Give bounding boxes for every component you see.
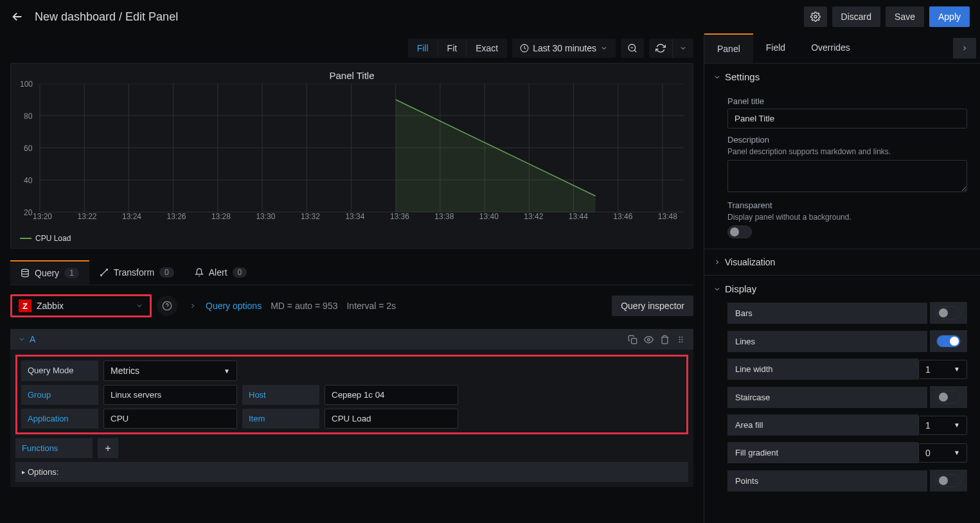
points-label: Points xyxy=(727,470,927,492)
chevron-right-icon xyxy=(189,302,197,310)
query-mode-select[interactable]: Metrics ▼ xyxy=(103,360,237,381)
transform-count-badge: 0 xyxy=(159,267,174,278)
group-input[interactable] xyxy=(103,385,237,405)
functions-label[interactable]: Functions xyxy=(15,438,93,458)
area-fill-label: Area fill xyxy=(727,414,918,436)
save-button[interactable]: Save xyxy=(886,6,924,27)
lines-toggle[interactable] xyxy=(936,335,961,348)
toggle-query-visibility-icon[interactable] xyxy=(644,335,654,344)
query-inspector-button[interactable]: Query inspector xyxy=(612,296,693,316)
svg-point-0 xyxy=(814,15,817,18)
fill-gradient-select[interactable]: 0▼ xyxy=(918,443,967,463)
chart-legend[interactable]: CPU Load xyxy=(20,234,684,243)
refresh-button[interactable] xyxy=(649,39,672,58)
duplicate-query-icon[interactable] xyxy=(628,335,637,344)
chart-area[interactable]: 100 80 60 40 20 13:2013:2213:2413:2613:2… xyxy=(20,84,684,218)
tab-alert[interactable]: Alert 0 xyxy=(184,260,257,285)
chevron-down-icon xyxy=(18,335,26,343)
fit-tab[interactable]: Fit xyxy=(438,39,467,58)
tab-transform[interactable]: Transform 0 xyxy=(89,260,184,285)
query-header[interactable]: A xyxy=(10,329,693,350)
chevron-down-icon xyxy=(679,44,687,52)
bars-toggle[interactable] xyxy=(936,306,961,319)
group-label[interactable]: Group xyxy=(21,385,98,405)
visualization-section-toggle[interactable]: Visualization xyxy=(704,249,980,275)
application-label[interactable]: Application xyxy=(21,409,98,429)
chevron-right-icon xyxy=(713,258,721,266)
timerange-label: Last 30 minutes xyxy=(533,43,596,53)
fill-gradient-label: Fill gradient xyxy=(727,442,918,463)
host-label[interactable]: Host xyxy=(242,385,319,405)
tab-query[interactable]: Query 1 xyxy=(10,260,89,285)
timerange-picker[interactable]: Last 30 minutes xyxy=(512,39,616,58)
lines-label: Lines xyxy=(727,331,927,352)
transform-icon xyxy=(100,268,109,277)
exact-tab[interactable]: Exact xyxy=(466,39,507,58)
chevron-down-icon xyxy=(713,285,721,293)
zabbix-logo-icon: Z xyxy=(19,299,31,312)
svg-point-27 xyxy=(679,336,681,337)
tab-panel[interactable]: Panel xyxy=(704,33,753,63)
legend-color-swatch xyxy=(20,238,31,239)
svg-point-26 xyxy=(648,338,650,341)
refresh-interval-button[interactable] xyxy=(672,39,693,58)
svg-point-29 xyxy=(679,339,681,340)
datasource-name: Zabbix xyxy=(37,301,130,311)
panel-title-input[interactable] xyxy=(727,109,967,129)
panel-preview: Panel Title xyxy=(10,63,693,249)
fill-tab[interactable]: Fill xyxy=(408,39,438,58)
fit-mode-group: Fill Fit Exact xyxy=(408,39,507,58)
refresh-icon xyxy=(655,43,666,53)
line-width-label: Line width xyxy=(727,359,918,380)
discard-button[interactable]: Discard xyxy=(832,6,880,27)
staircase-toggle[interactable] xyxy=(936,391,961,403)
query-options-toggle[interactable]: Query options xyxy=(206,301,262,311)
datasource-select[interactable]: Z Zabbix xyxy=(10,294,152,317)
svg-rect-25 xyxy=(632,338,637,343)
delete-query-icon[interactable] xyxy=(660,335,670,344)
expand-sidebar-button[interactable] xyxy=(953,38,976,58)
chevron-down-icon xyxy=(136,302,143,310)
settings-section-toggle[interactable]: Settings xyxy=(704,64,980,90)
description-label: Description xyxy=(727,135,967,145)
query-options-row[interactable]: ▸ Options: xyxy=(15,462,688,482)
drag-query-icon[interactable] xyxy=(676,335,686,344)
query-count-badge: 1 xyxy=(64,268,79,278)
display-section-toggle[interactable]: Display xyxy=(704,275,980,302)
tab-field[interactable]: Field xyxy=(753,33,798,63)
host-input[interactable] xyxy=(325,385,458,405)
query-fields-highlight: Query Mode Metrics ▼ Group Host Applicat xyxy=(15,355,688,434)
help-icon xyxy=(162,301,172,311)
svg-point-23 xyxy=(22,269,29,272)
add-function-button[interactable]: + xyxy=(98,438,118,458)
item-input[interactable] xyxy=(325,409,458,429)
points-toggle[interactable] xyxy=(936,474,961,487)
database-icon xyxy=(21,269,30,278)
description-textarea[interactable] xyxy=(727,160,967,192)
apply-button[interactable]: Apply xyxy=(929,6,970,27)
bars-label: Bars xyxy=(727,303,927,324)
query-id: A xyxy=(30,334,35,344)
svg-point-30 xyxy=(681,339,682,340)
transparent-toggle[interactable] xyxy=(727,226,752,238)
chart-title: Panel Title xyxy=(20,70,684,81)
legend-label: CPU Load xyxy=(35,234,71,243)
bell-icon xyxy=(195,268,204,277)
back-arrow-icon[interactable] xyxy=(10,10,24,24)
query-options-interval: Interval = 2s xyxy=(346,301,396,311)
item-label[interactable]: Item xyxy=(242,409,319,429)
transparent-label: Transparent xyxy=(727,200,967,210)
line-width-select[interactable]: 1▼ xyxy=(918,360,967,379)
query-mode-label: Query Mode xyxy=(21,360,98,381)
area-fill-select[interactable]: 1▼ xyxy=(918,416,967,435)
page-title: New dashboard / Edit Panel xyxy=(35,10,178,24)
settings-button[interactable] xyxy=(804,6,827,27)
datasource-help-button[interactable] xyxy=(157,296,177,316)
application-input[interactable] xyxy=(103,409,237,429)
svg-point-31 xyxy=(679,341,681,342)
zoom-out-button[interactable] xyxy=(621,39,644,58)
svg-point-32 xyxy=(681,341,682,342)
chevron-right-icon xyxy=(961,44,968,52)
zoom-out-icon xyxy=(627,43,637,53)
tab-overrides[interactable]: Overrides xyxy=(798,33,863,63)
